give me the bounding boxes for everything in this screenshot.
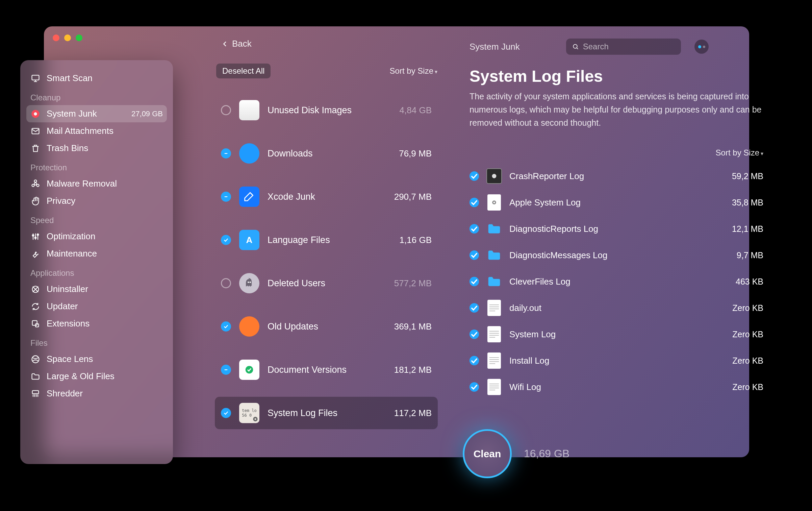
checkbox[interactable]	[470, 303, 479, 313]
log-row[interactable]: Apple System Log35,8 MB	[470, 195, 763, 210]
svg-rect-12	[32, 320, 37, 325]
log-size: Zero KB	[732, 356, 763, 366]
sidebar-section-cleanup: Cleanup	[26, 87, 167, 105]
category-row-old_updates[interactable]: Old Updates369,1 MB	[215, 310, 438, 343]
svg-point-14	[32, 356, 39, 363]
checkbox[interactable]	[470, 330, 479, 339]
svg-rect-16	[225, 153, 228, 154]
window-maximize-button[interactable]	[76, 34, 82, 41]
category-row-language_files[interactable]: ALanguage Files1,16 GB	[215, 224, 438, 256]
log-size: Zero KB	[732, 330, 763, 339]
category-row-unused_disk_images[interactable]: Unused Disk Images4,84 GB	[215, 94, 438, 126]
sidebar-item-maintenance[interactable]: Maintenance	[26, 245, 167, 262]
svg-point-10	[37, 234, 39, 235]
checkbox[interactable]	[221, 278, 231, 288]
biohazard-icon	[30, 179, 41, 189]
category-label: Old Updates	[268, 321, 318, 332]
sidebar-item-shredder[interactable]: Shredder	[26, 385, 167, 402]
checkbox[interactable]	[470, 224, 479, 234]
log-row[interactable]: Wifi LogZero KB	[470, 379, 763, 395]
category-row-downloads[interactable]: Downloads76,9 MB	[215, 137, 438, 170]
category-row-deleted_users[interactable]: Deleted Users577,2 MB	[215, 267, 438, 299]
log-icon	[486, 221, 502, 237]
category-icon	[239, 100, 259, 120]
checkbox[interactable]	[221, 192, 231, 202]
sidebar-item-updater[interactable]: Updater	[26, 298, 167, 315]
checkbox[interactable]	[470, 382, 479, 392]
svg-point-18	[248, 282, 249, 283]
sort-categories-button[interactable]: Sort by Size▾	[390, 66, 437, 76]
log-size: Zero KB	[732, 303, 763, 313]
log-row[interactable]: CrashReporter Log59,2 MB	[470, 168, 763, 184]
checkbox[interactable]	[470, 198, 479, 207]
sidebar-item-system-junk[interactable]: System Junk 27,09 GB	[26, 105, 167, 122]
sidebar-item-trash-bins[interactable]: Trash Bins	[26, 140, 167, 157]
puzzle-icon	[30, 319, 41, 329]
search-input[interactable]	[583, 42, 675, 51]
clean-button[interactable]: Clean	[463, 429, 512, 478]
caret-down-icon: ▾	[761, 151, 763, 156]
category-label: Language Files	[268, 235, 330, 245]
window-minimize-button[interactable]	[64, 34, 71, 41]
category-label: Xcode Junk	[268, 192, 315, 202]
checkbox[interactable]	[470, 277, 479, 286]
svg-point-6	[32, 184, 34, 187]
checkbox[interactable]	[221, 321, 231, 332]
account-button[interactable]	[694, 40, 709, 54]
folder-icon	[30, 371, 41, 382]
checkbox[interactable]	[221, 365, 231, 375]
log-icon	[486, 274, 502, 289]
search-box[interactable]	[566, 39, 681, 55]
status-dot-icon	[698, 45, 701, 48]
back-label: Back	[232, 39, 252, 49]
svg-rect-15	[32, 390, 39, 393]
app-window: Smart Scan Cleanup System Junk 27,09 GB …	[44, 26, 749, 457]
log-row[interactable]: daily.outZero KB	[470, 300, 763, 316]
sidebar-item-label: Space Lens	[47, 354, 93, 364]
trash-icon	[30, 143, 41, 153]
sidebar-item-uninstaller[interactable]: Uninstaller	[26, 281, 167, 298]
sidebar-item-label: Updater	[47, 301, 78, 312]
caret-down-icon: ▾	[435, 69, 437, 75]
sidebar-section-files: Files	[26, 332, 167, 350]
checkbox[interactable]	[221, 408, 231, 418]
category-row-document_versions[interactable]: Document Versions181,2 MB	[215, 354, 438, 386]
sort-logs-button[interactable]: Sort by Size▾	[716, 148, 763, 157]
sidebar-item-label: Shredder	[47, 388, 83, 399]
category-size: 4,84 GB	[400, 105, 432, 116]
log-row[interactable]: DiagnosticMessages Log9,7 MB	[470, 247, 763, 263]
log-row[interactable]: System LogZero KB	[470, 326, 763, 342]
checkbox[interactable]	[221, 148, 231, 159]
sidebar-item-smart-scan[interactable]: Smart Scan	[26, 70, 167, 87]
svg-point-9	[35, 237, 36, 239]
sidebar-item-optimization[interactable]: Optimization	[26, 228, 167, 245]
sidebar-item-mail-attachments[interactable]: Mail Attachments	[26, 122, 167, 140]
sidebar-item-label: Uninstaller	[47, 284, 88, 294]
monitor-icon	[30, 73, 41, 83]
log-row[interactable]: Install LogZero KB	[470, 353, 763, 368]
window-close-button[interactable]	[53, 34, 59, 41]
category-icon	[239, 187, 259, 207]
category-row-xcode_junk[interactable]: Xcode Junk290,7 MB	[215, 180, 438, 213]
back-button[interactable]: Back	[221, 39, 252, 49]
sidebar: Smart Scan Cleanup System Junk 27,09 GB …	[20, 60, 173, 464]
status-dot-icon	[703, 46, 705, 48]
category-row-system_log_files[interactable]: tem lo56 0System Log Files117,2 MB	[215, 397, 438, 429]
sidebar-item-malware-removal[interactable]: Malware Removal	[26, 175, 167, 192]
log-size: Zero KB	[732, 382, 763, 392]
deselect-all-button[interactable]: Deselect All	[216, 64, 271, 78]
checkbox[interactable]	[221, 235, 231, 245]
log-label: Apple System Log	[509, 197, 581, 208]
sidebar-item-privacy[interactable]: Privacy	[26, 192, 167, 210]
log-row[interactable]: CleverFiles Log463 KB	[470, 274, 763, 289]
svg-rect-17	[225, 196, 228, 197]
sidebar-item-large-old-files[interactable]: Large & Old Files	[26, 368, 167, 385]
checkbox[interactable]	[470, 356, 479, 365]
clean-total: 16,69 GB	[524, 447, 569, 460]
checkbox[interactable]	[470, 171, 479, 181]
checkbox[interactable]	[221, 105, 231, 115]
sidebar-item-extensions[interactable]: Extensions	[26, 315, 167, 332]
sidebar-item-space-lens[interactable]: Space Lens	[26, 350, 167, 368]
checkbox[interactable]	[470, 250, 479, 260]
log-row[interactable]: DiagnosticReports Log12,1 MB	[470, 221, 763, 237]
